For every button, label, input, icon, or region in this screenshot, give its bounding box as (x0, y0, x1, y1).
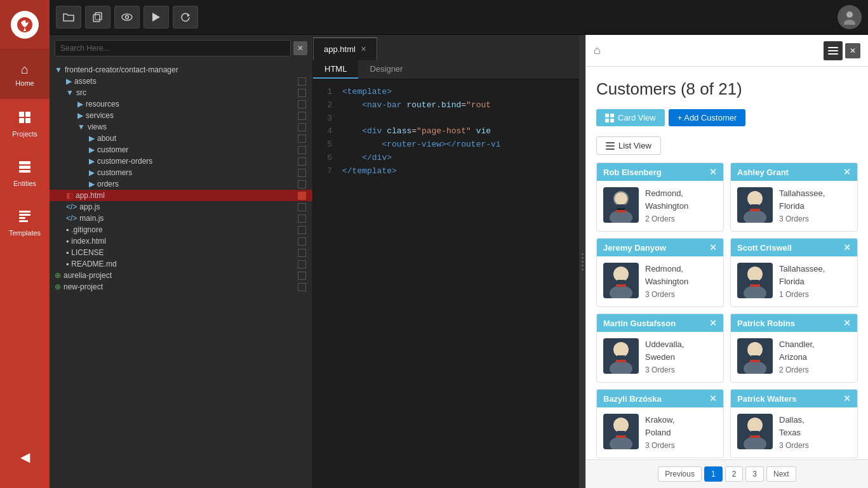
list-item[interactable]: ▶ customer (50, 144, 312, 155)
tree-checkbox[interactable] (298, 272, 306, 280)
card-close-icon[interactable]: ✕ (709, 242, 717, 253)
list-item[interactable]: </> app.js (50, 201, 312, 213)
svg-rect-12 (19, 220, 28, 222)
search-input[interactable] (55, 40, 291, 56)
folder-icon: ▶ (89, 134, 95, 143)
list-item[interactable]: ▶ resources (50, 98, 312, 110)
sidebar-item-home[interactable]: ⌂ Home (0, 49, 50, 99)
list-item[interactable]: ▶ orders (50, 178, 312, 190)
list-item[interactable]: ▪ LICENSE (50, 247, 312, 258)
pagination-page-1-button[interactable]: 1 (704, 466, 723, 482)
tree-checkbox[interactable] (298, 260, 306, 268)
tab-html[interactable]: HTML (313, 60, 358, 79)
list-item[interactable]: ▪ index.html (50, 235, 312, 247)
toolbar-play-btn[interactable] (144, 6, 169, 29)
tree-checkbox[interactable] (298, 123, 306, 131)
card-close-icon[interactable]: ✕ (843, 393, 851, 404)
sidebar-item-templates[interactable]: Templates (0, 198, 50, 247)
resize-handle[interactable] (579, 35, 585, 488)
tree-checkbox[interactable] (298, 226, 306, 234)
card-close-icon[interactable]: ✕ (709, 167, 717, 177)
list-item[interactable]: </> main.js (50, 213, 312, 224)
toolbar-refresh-btn[interactable] (173, 6, 198, 29)
card-body: Chandler,Arizona 2 Orders (731, 332, 857, 382)
card-view-label: Card View (618, 113, 656, 122)
toolbar-copy-btn[interactable] (85, 6, 110, 29)
pagination-prev-button[interactable]: Previous (658, 466, 702, 482)
list-view-button[interactable]: List View (596, 136, 661, 155)
sidebar-item-projects[interactable]: Projects (0, 99, 50, 148)
list-item[interactable]: ▼ src (50, 87, 312, 98)
tree-checkbox[interactable] (298, 283, 306, 291)
tree-checkbox[interactable] (298, 89, 306, 97)
list-item[interactable]: ⊕ aurelia-project (50, 270, 312, 281)
list-item[interactable]: ▶ about (50, 133, 312, 144)
card-close-icon[interactable]: ✕ (709, 318, 717, 328)
tree-checkbox[interactable] (298, 157, 306, 166)
tree-checkbox[interactable] (298, 169, 306, 177)
list-item[interactable]: ▼ views (50, 121, 312, 133)
avatar (737, 414, 773, 449)
tree-checkbox[interactable] (298, 214, 306, 223)
pagination-next-button[interactable]: Next (766, 466, 796, 482)
tree-label: customer (97, 145, 128, 154)
code-editor[interactable]: 1 <template> 2 <nav-bar router.bind="rou… (313, 79, 579, 488)
tree-checkbox[interactable] (298, 249, 306, 257)
tree-label: services (86, 111, 114, 120)
list-item[interactable]: ▶ customers (50, 167, 312, 178)
tree-root[interactable]: ▼ frontend-creator/contact-manager (50, 64, 312, 76)
card-close-icon[interactable]: ✕ (843, 242, 851, 253)
projects-icon (18, 110, 32, 128)
card-close-icon[interactable]: ✕ (843, 167, 851, 177)
nav-bottom-section: ◀ (0, 432, 50, 482)
preview-close-button[interactable]: ✕ (845, 43, 860, 58)
card-view-button[interactable]: Card View (596, 109, 665, 126)
svg-point-1 (25, 20, 28, 23)
tree-checkbox[interactable] (298, 237, 306, 246)
list-item[interactable]: ▶ customer-orders (50, 155, 312, 167)
tree-label: views (88, 122, 107, 131)
table-row: Patrick Walters ✕ (730, 389, 858, 458)
list-item[interactable]: ▪ README.md (50, 258, 312, 270)
app-logo (0, 0, 50, 49)
tree-app-html[interactable]: ◧ app.html (50, 190, 312, 201)
tree-checkbox[interactable] (298, 77, 306, 86)
toolbar-eye-btn[interactable] (114, 6, 140, 29)
search-clear-button[interactable]: ✕ (293, 41, 307, 55)
tree-checkbox[interactable] (298, 135, 306, 143)
tree-checkbox[interactable] (298, 180, 306, 188)
card-close-icon[interactable]: ✕ (843, 318, 851, 328)
add-customer-button[interactable]: + Add Customer (669, 109, 746, 126)
card-info: Redmond,Washington 3 Orders (645, 263, 688, 300)
list-item[interactable]: ▪ .gitignore (50, 224, 312, 235)
list-item[interactable]: ▶ assets (50, 76, 312, 87)
pagination-page-3-button[interactable]: 3 (745, 466, 764, 482)
preview-menu-button[interactable] (824, 41, 843, 60)
tree-checkbox[interactable] (298, 203, 306, 211)
card-close-icon[interactable]: ✕ (709, 393, 717, 404)
svg-rect-72 (750, 435, 760, 438)
tree-checkbox[interactable] (298, 146, 306, 154)
sidebar-item-back[interactable]: ◀ (0, 432, 50, 482)
toolbar-folder-btn[interactable] (56, 6, 81, 29)
card-body: Krakow,Poland 3 Orders (597, 407, 723, 458)
editor-tab-app-html[interactable]: app.html ✕ (313, 37, 377, 60)
sidebar-item-entities[interactable]: Entities (0, 148, 50, 198)
svg-point-59 (747, 342, 763, 357)
user-avatar[interactable] (838, 5, 862, 29)
tree-checkbox[interactable] (298, 100, 306, 109)
pagination-page-2-button[interactable]: 2 (725, 466, 744, 482)
table-row: Martin Gustafsson ✕ (596, 313, 724, 383)
tab-close-icon[interactable]: ✕ (361, 45, 366, 53)
list-item[interactable]: ▶ services (50, 110, 312, 121)
tab-designer[interactable]: Designer (358, 60, 414, 79)
tree-checkbox[interactable] (298, 112, 306, 120)
card-info: Dallas,Texas 3 Orders (779, 414, 809, 451)
tab-label: app.html (324, 44, 356, 54)
list-item[interactable]: ⊕ new-project (50, 281, 312, 293)
back-icon: ◀ (20, 449, 30, 465)
preview-home-icon[interactable]: ⌂ (594, 44, 601, 57)
tree-checkbox[interactable] (298, 192, 306, 200)
svg-point-64 (613, 418, 629, 433)
file-icon: ▪ (66, 237, 69, 246)
